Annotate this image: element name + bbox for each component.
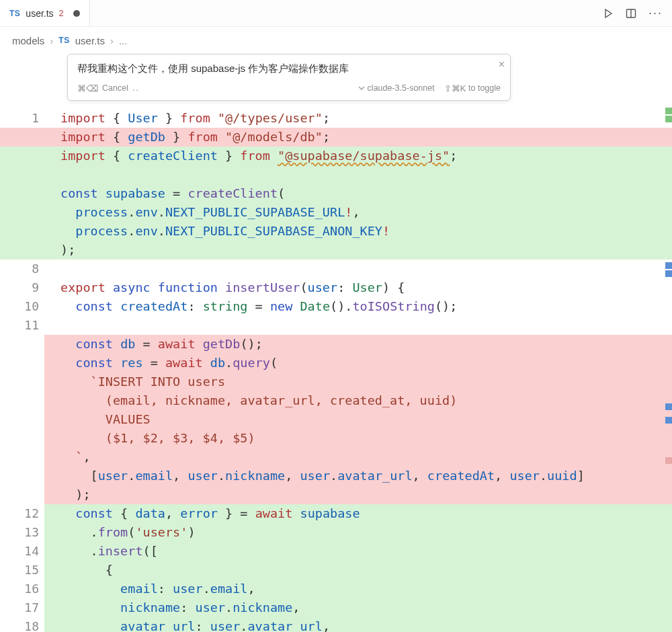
minimap-mark[interactable]: [665, 108, 672, 114]
line-number: 16: [0, 580, 44, 598]
tab-filename: user.ts: [26, 8, 53, 19]
code-line[interactable]: import { User } from "@/types/user";: [0, 109, 672, 128]
minimap-mark[interactable]: [665, 457, 672, 464]
line-number: 10: [0, 297, 44, 316]
minimap[interactable]: [661, 54, 672, 632]
line-number: 8: [0, 260, 44, 278]
code-line[interactable]: );: [44, 485, 672, 504]
line-number: [0, 354, 44, 372]
code-line[interactable]: import { createClient } from "@supabase/…: [0, 147, 672, 165]
more-actions-icon[interactable]: ···: [648, 6, 663, 20]
minimap-mark[interactable]: [665, 270, 672, 277]
close-icon[interactable]: ×: [499, 58, 505, 71]
code-editor[interactable]: 123456789101112131415161718 import { Use…: [0, 54, 672, 632]
code-line[interactable]: email: user.email,: [44, 580, 672, 598]
line-number: [0, 391, 44, 410]
line-number: 14: [0, 542, 44, 561]
tab-problem-count: 2: [59, 8, 64, 18]
code-line[interactable]: [0, 165, 672, 184]
breadcrumb-symbol[interactable]: ...: [119, 35, 128, 46]
breadcrumb[interactable]: models › TS user.ts › ...: [0, 27, 672, 54]
minimap-mark[interactable]: [665, 403, 672, 410]
tab-bar: TS user.ts 2 ···: [0, 0, 672, 27]
code-line[interactable]: import { getDb } from "@/models/db";: [0, 128, 672, 147]
code-line[interactable]: );: [0, 241, 672, 260]
breadcrumb-folder[interactable]: models: [12, 35, 44, 46]
code-line[interactable]: (email, nickname, avatar_url, created_at…: [44, 391, 672, 410]
line-number: [0, 485, 44, 504]
code-line[interactable]: const createdAt: string = new Date().toI…: [44, 297, 672, 316]
split-editor-icon[interactable]: [626, 8, 636, 19]
code-line[interactable]: VALUES: [44, 410, 672, 429]
minimap-mark[interactable]: [665, 417, 672, 424]
cancel-shortcut: ⌘⌫: [77, 83, 98, 93]
inline-chat-prompt: × 帮我重构这个文件，使用 supabase-js 作为客户端操作数据库 ⌘⌫ …: [67, 54, 511, 101]
line-number: [0, 467, 44, 485]
line-number: 15: [0, 561, 44, 580]
code-line[interactable]: const { data, error } = await supabase: [44, 504, 672, 523]
code-line[interactable]: const supabase = createClient(: [0, 184, 672, 203]
line-number: 13: [0, 523, 44, 542]
ts-lang-chip: TS: [9, 9, 20, 18]
code-line[interactable]: [44, 260, 672, 278]
code-line[interactable]: `INSERT INTO users: [44, 372, 672, 391]
line-number: 18: [0, 617, 44, 632]
tab-user-ts[interactable]: TS user.ts 2: [0, 0, 90, 26]
code-line[interactable]: nickname: user.nickname,: [44, 598, 672, 617]
ts-lang-chip: TS: [58, 36, 69, 45]
dirty-indicator-icon: [73, 10, 80, 17]
toggle-hint: ⇧⌘K to toggle: [444, 83, 501, 93]
code-line[interactable]: process.env.NEXT_PUBLIC_SUPABASE_URL!,: [0, 203, 672, 222]
run-icon[interactable]: [603, 8, 614, 19]
model-name: claude-3.5-sonnet: [368, 83, 435, 93]
breadcrumb-file[interactable]: user.ts: [75, 35, 105, 46]
code-line[interactable]: `,: [44, 448, 672, 467]
code-line[interactable]: ($1, $2, $3, $4, $5): [44, 429, 672, 448]
line-number: 11: [0, 316, 44, 335]
more-dots-icon[interactable]: ..: [132, 83, 140, 93]
code-line[interactable]: export async function insertUser(user: U…: [44, 278, 672, 297]
cancel-button[interactable]: Cancel: [102, 83, 128, 93]
line-number: [0, 335, 44, 354]
line-number: [0, 448, 44, 467]
code-line[interactable]: process.env.NEXT_PUBLIC_SUPABASE_ANON_KE…: [0, 222, 672, 241]
model-picker[interactable]: claude-3.5-sonnet: [358, 83, 435, 93]
minimap-mark[interactable]: [665, 116, 672, 122]
line-number: [0, 429, 44, 448]
code-line[interactable]: avatar_url: user.avatar_url,: [44, 617, 672, 632]
minimap-mark[interactable]: [665, 262, 672, 269]
code-line[interactable]: const res = await db.query(: [44, 354, 672, 372]
line-number: [0, 410, 44, 429]
line-number: 12: [0, 504, 44, 523]
code-area[interactable]: import { User } from "@/types/user";impo…: [44, 54, 672, 632]
code-line[interactable]: .from('users'): [44, 523, 672, 542]
chevron-down-icon: [358, 85, 365, 91]
code-line[interactable]: [user.email, user.nickname, user.avatar_…: [44, 467, 672, 485]
code-line[interactable]: [44, 316, 672, 335]
prompt-input[interactable]: 帮我重构这个文件，使用 supabase-js 作为客户端操作数据库: [77, 61, 501, 77]
breadcrumb-sep-icon: ›: [50, 35, 53, 46]
code-line[interactable]: const db = await getDb();: [44, 335, 672, 354]
line-number: 9: [0, 278, 44, 297]
line-number: [0, 372, 44, 391]
breadcrumb-sep-icon: ›: [110, 35, 114, 46]
code-line[interactable]: .insert([: [44, 542, 672, 561]
code-line[interactable]: {: [44, 561, 672, 580]
line-number: 17: [0, 598, 44, 617]
